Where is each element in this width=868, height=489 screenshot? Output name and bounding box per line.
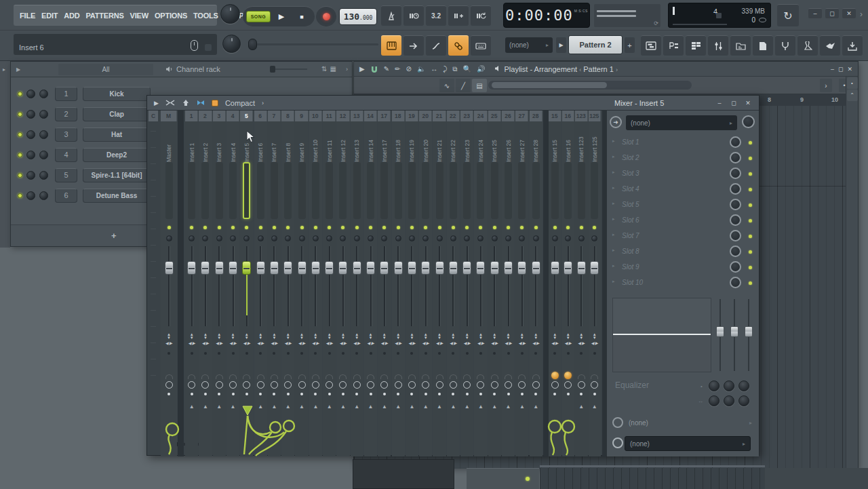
mixer-send-knob[interactable] (295, 367, 308, 379)
project-picker-button[interactable] (753, 35, 773, 56)
master-volume-slider[interactable] (251, 43, 378, 45)
smart-disable-button[interactable]: ↻ (777, 4, 799, 26)
effect-slot[interactable]: Slot 4 (607, 182, 759, 197)
mixer-route-arrow[interactable] (161, 404, 177, 417)
mixer-stereo-knob[interactable] (161, 233, 177, 243)
mixer-stereo-knob[interactable] (378, 233, 391, 243)
pattern-selector-arrow[interactable]: ▶ (556, 37, 566, 53)
link-controllers-button[interactable] (448, 35, 469, 56)
channel-enable-led[interactable] (18, 153, 22, 157)
mixer-route-dot[interactable] (351, 390, 363, 398)
refresh-mini-icon[interactable]: ⟳ (654, 20, 658, 26)
mixer-track[interactable]: M Master (161, 111, 177, 456)
pattern-tab[interactable]: ▤ (472, 79, 487, 92)
pan-arrows-icon[interactable] (565, 340, 572, 345)
mixer-route-arrow[interactable] (419, 404, 432, 417)
mixer-send-knob[interactable] (268, 367, 281, 379)
channel-number-button[interactable]: 4 (55, 148, 77, 162)
fader-handle[interactable] (421, 261, 430, 275)
mixer-pan-controls[interactable] (515, 329, 528, 349)
mixer-pan-controls[interactable] (254, 329, 267, 349)
mixer-close-button[interactable]: ✕ (743, 100, 753, 106)
pan-arrows-icon[interactable] (285, 340, 292, 345)
mixer-volume-fader[interactable] (226, 243, 239, 329)
mixer-send-knob[interactable] (378, 367, 391, 379)
mixer-pan-controls[interactable] (392, 329, 405, 349)
channel-pan-knob[interactable] (26, 191, 35, 200)
separation-arrows-icon[interactable] (479, 333, 483, 340)
effect-mix-knob[interactable] (730, 152, 741, 163)
touch-controller-button[interactable] (797, 35, 818, 56)
song-mode-toggle[interactable]: SONG (246, 11, 271, 22)
mixer-track[interactable]: 8 Insert 8 (281, 111, 294, 456)
eq-freq-knob-3[interactable] (738, 380, 749, 391)
playlist-hscroll-thumb[interactable] (492, 82, 607, 88)
pan-arrows-icon[interactable] (298, 340, 305, 345)
mixer-mute-led[interactable] (447, 222, 460, 233)
separation-arrows-icon[interactable] (286, 333, 290, 340)
mixer-route-dot[interactable] (488, 390, 501, 398)
mixer-volume-fader[interactable] (549, 243, 561, 329)
effect-mix-knob[interactable] (730, 136, 741, 148)
mixer-volume-fader[interactable] (515, 243, 528, 329)
mixer-stereo-knob[interactable] (562, 233, 575, 243)
time-display[interactable]: 0:00:00 M:S:CS (503, 3, 590, 28)
channel-volume-knob[interactable] (39, 130, 48, 139)
mixer-route-dot[interactable] (589, 390, 601, 398)
channel-number-button[interactable]: 3 (55, 128, 77, 142)
separation-arrows-icon[interactable] (593, 333, 597, 340)
mixer-route-arrow[interactable] (281, 404, 294, 417)
mixer-route-dot[interactable] (515, 390, 528, 398)
mixer-pan-controls[interactable] (185, 329, 198, 349)
mixer-track-number[interactable]: 23 (460, 111, 473, 121)
separation-arrows-icon[interactable] (437, 333, 441, 340)
mixer-mute-led[interactable] (281, 222, 294, 233)
pan-arrows-icon[interactable] (367, 340, 374, 345)
mixer-pan-controls[interactable] (433, 329, 446, 349)
pan-arrows-icon[interactable] (271, 340, 277, 345)
effect-slot[interactable]: Slot 8 (607, 244, 759, 260)
rack-overflow-arrow[interactable]: › (346, 66, 348, 73)
mixer-route-dot[interactable] (254, 390, 267, 398)
mixer-stereo-knob[interactable] (213, 233, 226, 243)
mixer-volume-fader[interactable] (254, 243, 267, 329)
fader-handle[interactable] (242, 261, 251, 275)
mixer-pan-controls[interactable] (364, 329, 377, 349)
mixer-track[interactable]: 20 Insert 20 (419, 111, 432, 456)
mixer-mute-led[interactable] (406, 222, 418, 233)
plugin-slot-a[interactable]: (none) ▸ (607, 414, 759, 432)
mixer-mute-led[interactable] (549, 222, 561, 233)
mixer-track[interactable]: 2 Insert 2 (199, 111, 212, 456)
mixer-volume-fader[interactable] (378, 243, 391, 329)
mixer-route-arrow[interactable] (213, 404, 226, 417)
mixer-route-arrow[interactable] (378, 404, 391, 417)
pan-arrows-icon[interactable] (578, 340, 585, 345)
mixer-route-dot[interactable] (268, 390, 281, 398)
mixer-track-number[interactable]: 17 (378, 111, 391, 121)
mixer-route-arrow[interactable] (351, 404, 363, 417)
channel-rack-window-button[interactable] (686, 35, 706, 56)
step-edit-button[interactable] (403, 35, 424, 56)
menu-item-options[interactable]: OPTIONS (155, 12, 187, 20)
mixer-track-number[interactable]: 10 (309, 111, 322, 121)
mixer-sidechain-ring[interactable] (268, 379, 281, 390)
blend-recording-button[interactable] (448, 5, 469, 26)
mixer-sidechain-ring[interactable] (226, 379, 239, 390)
mixer-sidechain-ring[interactable] (309, 379, 322, 390)
mixer-view-mode[interactable]: Compact (225, 99, 255, 107)
effect-enable-led[interactable] (749, 157, 752, 160)
mixer-route-dot[interactable] (433, 390, 446, 398)
separation-arrows-icon[interactable] (424, 333, 428, 340)
mixer-track[interactable]: 1 Insert 1 (185, 111, 198, 456)
mixer-track-number[interactable]: 24 (474, 111, 487, 121)
mixer-send-knob[interactable] (515, 367, 528, 379)
channel-name-button[interactable]: Detune Bass (83, 189, 151, 203)
mixer-volume-fader[interactable] (295, 243, 308, 329)
mixer-sidechain-ring[interactable] (254, 379, 267, 390)
eq-band1-fader[interactable] (715, 298, 725, 372)
channel-pan-knob[interactable] (26, 130, 35, 139)
pan-arrows-icon[interactable] (591, 340, 598, 345)
mixer-track-number[interactable]: 13 (351, 111, 363, 121)
mixer-route-dot[interactable] (336, 390, 349, 398)
mixer-send-knob[interactable] (530, 367, 542, 379)
